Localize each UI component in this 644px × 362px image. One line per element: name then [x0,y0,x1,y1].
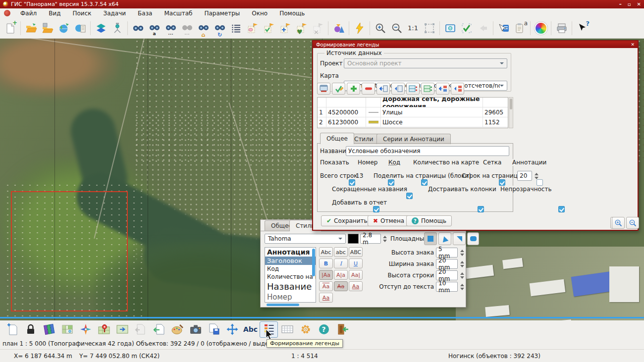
style-element-list[interactable]: Аннотация Заголовок Код Количество на ка… [265,247,316,303]
menu-help[interactable]: Помощь [273,9,311,18]
menu-scale[interactable]: Масштаб [158,9,198,18]
search-by-name-icon[interactable]: a [146,20,162,37]
align-left-button[interactable]: |Aa [319,270,333,280]
case-lower-button[interactable]: abc [334,247,348,257]
move-block-left-icon[interactable] [436,83,449,95]
legend-name-input[interactable]: Условные обозначения [346,146,509,156]
open-map-folder-icon[interactable] [39,20,55,37]
bold-button[interactable]: B [319,259,333,268]
snapshot-icon[interactable] [186,321,205,338]
insert-left-icon[interactable] [376,83,390,95]
select-add-icon[interactable] [277,20,293,37]
table-vscrollbar[interactable] [509,97,513,128]
checkbox-number[interactable] [349,179,355,186]
table-row[interactable]: 2 61230000 Шоссе 1152 [318,117,508,127]
text-search-icon[interactable]: Abc [241,321,260,338]
painter-icon[interactable] [168,321,186,338]
object-attributes-icon[interactable]: a [512,20,528,37]
navigator-icon[interactable] [76,321,95,338]
area-style-triangle-button[interactable] [438,232,451,245]
geodesy-icon[interactable] [109,20,125,37]
select-confirm-icon[interactable] [458,20,475,37]
preview-zoom-in-button[interactable] [612,217,625,229]
color-palette-icon[interactable] [533,20,549,37]
menu-search[interactable]: Поиск [66,9,97,18]
menu-options[interactable]: Параметры [198,9,246,18]
search-object-icon[interactable]: ⌂ [195,20,212,37]
area-style-triangle2-button[interactable] [453,232,466,245]
print-icon[interactable] [553,20,570,37]
search-list-icon[interactable]: ··· [162,20,179,37]
preview-zoom-out-button[interactable] [626,217,639,229]
select-area-icon[interactable] [244,20,261,37]
search-icon[interactable] [130,20,146,37]
help-button[interactable]: ? Помощь [406,215,452,226]
insert-right-icon[interactable] [391,83,405,95]
checkbox-code[interactable] [388,179,394,186]
sign-width-arrows[interactable] [459,259,465,268]
table-group-row[interactable]: Дорожная сеть, дорожные сооружения [318,98,508,107]
close-button[interactable]: ✕ [637,1,641,7]
object-panel-icon[interactable] [495,20,512,37]
checkbox-split-pages[interactable] [406,193,413,199]
object-list-icon[interactable] [228,20,244,37]
map-fragment-icon[interactable] [113,321,131,338]
zoom-1-1-icon[interactable]: 1:1 [405,20,421,37]
checkbox-grid[interactable] [499,179,505,186]
table-icon[interactable] [278,321,296,338]
view-window-icon[interactable] [442,20,458,37]
menu-view[interactable]: Вид [43,9,66,18]
legend-object-table[interactable]: Дорожная сеть, дорожные сооружения 1 452… [317,97,508,128]
menu-file[interactable]: Файл [14,9,43,18]
map-view-icon[interactable] [58,321,76,338]
overline-button[interactable]: Aa [319,281,333,291]
text-indent-arrows[interactable] [459,282,465,291]
layers-icon[interactable] [93,20,109,37]
new-sheet-icon[interactable] [3,321,21,338]
list-item[interactable]: Аннотация [265,248,316,257]
list-item[interactable]: Номер [265,292,316,302]
list-item[interactable]: Название [265,281,316,292]
area-style-rounded-button[interactable] [467,232,479,245]
zoom-out-icon[interactable] [388,20,405,37]
open-project-list-icon[interactable] [72,20,88,37]
edit-icon[interactable] [332,83,345,95]
lock-icon[interactable] [21,321,40,338]
split-rows-icon[interactable] [406,83,420,95]
maximize-button[interactable]: ▫ [628,1,631,7]
tab-general[interactable]: Общее [320,133,354,144]
legend-dialog-titlebar[interactable]: Формирование легенды ✕ [313,41,638,48]
new-document-icon[interactable]: + [2,20,18,37]
checkbox-opacity[interactable] [558,206,565,212]
rows-per-page-spinner[interactable]: 20 [517,171,532,181]
double-underline-button[interactable]: Aa [319,293,333,303]
list-item[interactable]: Код [265,265,316,273]
form-icon[interactable] [317,83,330,95]
exit-icon[interactable] [333,321,351,338]
save-image-icon[interactable] [205,321,223,338]
legend-dialog-close-icon[interactable]: ✕ [631,42,635,47]
menu-tasks[interactable]: Задачи [98,9,132,18]
italic-button[interactable]: I [334,259,348,268]
add-icon[interactable] [347,83,360,95]
geolocation-icon[interactable] [95,321,113,338]
import-map-icon[interactable] [150,321,168,338]
run-task-icon[interactable] [351,20,368,37]
table-row[interactable]: 1 45200000 Улицы 29605 [318,107,508,117]
font-size-spinner[interactable]: 2.8 m [360,234,381,244]
strikethrough-button[interactable]: Aa [334,281,348,291]
cancel-button[interactable]: ✖ Отмена [368,215,410,226]
sign-height-value[interactable]: 5 mm [436,248,458,258]
list-hscrollbar[interactable] [267,304,299,306]
list-item[interactable]: Количество на кар [265,273,316,281]
select-favorite-icon[interactable]: ♥ [293,20,310,37]
settings-icon[interactable] [296,321,315,338]
list-item-selected[interactable]: Заголовок [265,257,316,265]
zoom-in-icon[interactable] [372,20,388,37]
font-family-select[interactable]: Tahoma [265,234,346,244]
menu-window[interactable]: Окно [246,9,273,18]
open-geoportal-icon[interactable] [55,20,72,37]
select-check-icon[interactable] [261,20,277,37]
area-style-square-button[interactable] [424,232,437,245]
remove-icon[interactable] [362,83,375,95]
